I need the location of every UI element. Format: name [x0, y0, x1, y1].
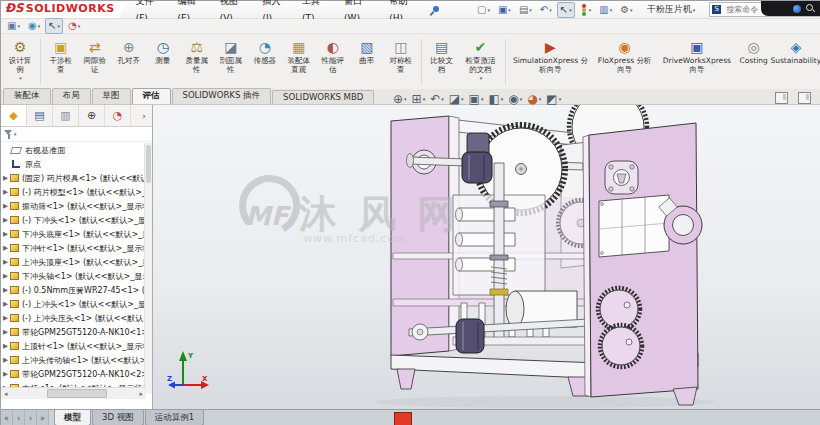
scrollbar-thumb[interactable]	[47, 389, 107, 398]
sensor-button[interactable]: ◔ 传感器 ▾	[248, 35, 282, 88]
overlay-record-icon[interactable]	[793, 5, 801, 13]
filter-funnel-icon[interactable]	[4, 130, 13, 139]
split-pane-icon[interactable]	[775, 92, 788, 104]
undo-button[interactable]: ↶ ▾	[537, 2, 555, 18]
overlay-zoom-icon[interactable]	[806, 4, 815, 13]
appearance-sphere-button[interactable]: ◔ ▾	[65, 18, 83, 34]
displaymanager-tab[interactable]: ◔	[105, 105, 131, 126]
command-tab[interactable]: 布局	[52, 88, 91, 104]
curvature-button[interactable]: ▧ 曲率 ▾	[350, 35, 384, 88]
search-scope-icon[interactable]: S	[712, 5, 721, 14]
performance-evaluation-button[interactable]: ◐ 性能评估 ▾	[316, 35, 350, 88]
expand-arrow-icon[interactable]: ▶	[1, 216, 10, 224]
tree-item-component[interactable]: ▶ 振动筛<1> (默认<<默认>_显示状	[1, 199, 145, 213]
assembly-visualization-button[interactable]: ▦ 装配体直观 ▾	[282, 35, 316, 88]
bottom-tab[interactable]: 模型	[54, 410, 91, 425]
scroll-right-icon[interactable]: ▸	[136, 390, 146, 398]
tree-item-component[interactable]: ▶ 带轮GPM25GT5120-A-NK10<1>	[1, 325, 145, 339]
hide-show-items-button[interactable]: ◉ ▾	[508, 92, 522, 106]
interference-detection-button[interactable]: ▣ 干涉检查 ▾	[44, 35, 78, 88]
tree-item-plane[interactable]: 右视基准面	[1, 143, 145, 157]
expand-arrow-icon[interactable]: ▶	[1, 258, 10, 266]
expand-arrow-icon[interactable]: ▶	[1, 328, 10, 336]
external-red-window-fragment[interactable]	[394, 412, 412, 425]
expand-arrow-icon[interactable]: ▶	[1, 286, 10, 294]
print-button[interactable]: ▤ ▾	[516, 2, 535, 18]
clearance-verification-button[interactable]: ⇄ 间隙验证 ▾	[78, 35, 112, 88]
tree-item-component[interactable]: ▶ 带轮GPM25GT5120-A-NK10<2>	[1, 367, 145, 381]
command-tab[interactable]: 评估	[132, 88, 171, 104]
tree-item-component[interactable]: ▶ (-) 上冲头<1> (默认<<默认>_显示	[1, 297, 145, 311]
scroll-tabs-first-button[interactable]: «	[1, 410, 13, 425]
expand-arrow-icon[interactable]: ▶	[1, 370, 10, 378]
compare-documents-button[interactable]: ▤ 比较文档 ▾	[425, 35, 459, 88]
save-button[interactable]: ▣ ▾	[495, 2, 514, 18]
zoom-to-area-button[interactable]: ⊞ ▾	[412, 92, 426, 106]
tree-item-component[interactable]: ▶ 下冲头轴<1> (默认<<默认>_显示	[1, 269, 145, 283]
featuremanager-tab[interactable]: ◆	[1, 105, 27, 126]
driveworksxpress-wizard-button[interactable]: ▣ DriveWorksXpress 向导 ▾	[657, 35, 736, 88]
check-active-document-button[interactable]: ✔ 检查激活 的文档 ▾	[459, 35, 502, 88]
floxpress-wizard-button[interactable]: ◉ FloXpress 分析向导 ▾	[592, 35, 657, 88]
scroll-tabs-next-button[interactable]: ›	[25, 410, 37, 425]
file-report-button[interactable]: ▥ ▾	[596, 2, 615, 18]
measure-button[interactable]: ◷ 测量 ▾	[146, 35, 180, 88]
scroll-tabs-prev-button[interactable]: ‹	[13, 410, 25, 425]
expand-arrow-icon[interactable]: ▶	[1, 244, 10, 252]
panel-tabs-overflow-chevron[interactable]: ›	[136, 105, 152, 126]
tree-item-component[interactable]: ▶ 下冲头底座<1> (默认<<默认>_显	[1, 227, 145, 241]
tree-vertical-scrollbar[interactable]	[144, 143, 152, 393]
tree-item-component[interactable]: ▶ 上顶针<1> (默认<<默认>_显示状	[1, 339, 145, 353]
dimxpertmanager-tab[interactable]: ⊕	[79, 105, 105, 126]
tree-horizontal-scrollbar[interactable]: ◂ ▸	[1, 387, 146, 399]
tree-item-component[interactable]: ▶ (-) 0.5Nmm压簧WR27-45<1> (默	[1, 283, 145, 297]
command-tab[interactable]: SOLIDWORKS 插件	[172, 88, 272, 104]
graphics-viewport[interactable]: MF 沐 风 网 www.mfcad.com Y X Z	[153, 105, 820, 409]
section-view-button[interactable]: ◪ ▾	[449, 92, 464, 106]
costing-button[interactable]: ◎ Costing ▾	[737, 35, 771, 88]
zoom-to-fit-button[interactable]: ⊕ ▾	[393, 92, 407, 106]
options-button[interactable]: ⚙ ▾	[617, 2, 635, 18]
expand-arrow-icon[interactable]: ▶	[1, 202, 10, 210]
scroll-tabs-last-button[interactable]: »	[37, 410, 49, 425]
display-style-button[interactable]: ◧ ▾	[488, 92, 503, 106]
tree-item-component[interactable]: ▶ 下冲针<1> (默认<<默认>_显示状	[1, 241, 145, 255]
expand-arrow-icon[interactable]: ▶	[1, 314, 10, 322]
tree-item-component[interactable]: ▶ 上冲头顶座<1> (默认<<默认>_显	[1, 255, 145, 269]
view-orientation-button[interactable]: ▣ ▾	[469, 92, 484, 106]
select-button[interactable]: ↖ ▾	[557, 2, 575, 18]
mass-properties-button[interactable]: ⚖ 质量属性 ▾	[180, 35, 214, 88]
task-pane-icon[interactable]	[798, 92, 811, 104]
new-document-button[interactable]: ▢ ▾	[474, 2, 493, 18]
pin-icon[interactable]	[431, 5, 440, 15]
bottom-tab[interactable]: 运动算例1	[145, 410, 204, 425]
command-tab[interactable]: SOLIDWORKS MBD	[272, 90, 374, 104]
scroll-left-icon[interactable]: ◂	[1, 390, 11, 398]
apply-scene-button[interactable]: ◩ ▾	[546, 92, 561, 106]
tree-item-origin[interactable]: 原点	[1, 157, 145, 171]
design-study-button[interactable]: ⚙ 设计算例 ▾	[3, 35, 37, 88]
configurationmanager-tab[interactable]: ▥	[53, 105, 79, 126]
tree-item-component[interactable]: ▶ (-) 下冲头<1> (默认<<默认>_显示	[1, 213, 145, 227]
expand-arrow-icon[interactable]: ▶	[1, 188, 10, 196]
command-tab[interactable]: 草图	[92, 88, 131, 104]
edit-appearance-button[interactable]: ◕ ▾	[527, 92, 541, 106]
propertymanager-tab[interactable]: ▤	[27, 105, 53, 126]
section-properties-button[interactable]: ◪ 剖面属性 ▾	[214, 35, 248, 88]
tree-item-component[interactable]: ▶ (-) 药片模型<1> (默认<<默认>_显	[1, 185, 145, 199]
document-title[interactable]: 干粉压片机▾	[647, 3, 696, 16]
previous-view-button[interactable]: ↶ ▾	[430, 92, 444, 106]
hole-alignment-button[interactable]: ⊕ 孔对齐 ▾	[112, 35, 146, 88]
tree-item-component[interactable]: ▶ (固定) 药片模具<1> (默认<<默认	[1, 171, 145, 185]
capture-button[interactable]: ▣ ▾	[4, 18, 23, 34]
tree-item-component[interactable]: ▶ (-) 上冲头压头<1> (默认<<默认>	[1, 311, 145, 325]
bottom-tab[interactable]: 3D 视图	[92, 410, 144, 425]
simulationxpress-wizard-button[interactable]: ▶ SimulationXpress 分析向导 ▾	[509, 35, 592, 88]
expand-arrow-icon[interactable]: ▶	[1, 230, 10, 238]
expand-arrow-icon[interactable]: ▶	[1, 342, 10, 350]
symmetry-check-button[interactable]: ◫ 对称检查 ▾	[384, 35, 418, 88]
expand-arrow-icon[interactable]: ▶	[1, 272, 10, 280]
select-cursor-button[interactable]: ↖ ▾	[45, 18, 63, 34]
edrawings-globe-button[interactable]: ◉ ▾	[25, 18, 43, 34]
expand-arrow-icon[interactable]: ▶	[1, 356, 10, 364]
